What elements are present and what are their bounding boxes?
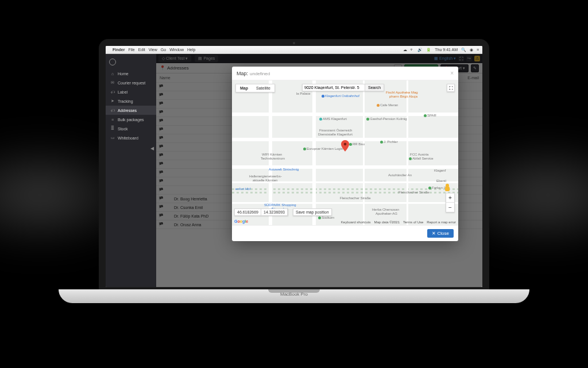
map-poi-label: RR Bau: [349, 142, 365, 146]
sidebar-item-home[interactable]: ⌂Home: [106, 69, 156, 78]
sidebar-item-whiteboard[interactable]: ▭Whiteboard: [106, 133, 156, 142]
map-poi-label: Apotheker-AG: [376, 212, 397, 215]
map-poi-label: SPAR: [424, 114, 436, 117]
map-poi-label: Fischl Apotheke Mag: [386, 91, 418, 94]
pegman-icon[interactable]: [444, 184, 450, 192]
stock-icon: ≣: [110, 126, 115, 131]
sidebar-item-tracking[interactable]: ➤Tracking: [106, 96, 156, 106]
macos-menubar: Finder File Edit View Go Window Help ☁ ᯤ…: [106, 46, 482, 54]
tray-siri-icon[interactable]: ◉: [470, 48, 473, 52]
map-poi-label: Herba Chemosan: [372, 208, 399, 211]
menu-help[interactable]: Help: [187, 48, 195, 52]
sidebar-item-label: Tracking: [118, 99, 133, 103]
sidebar-item-label: Courier request: [118, 81, 145, 85]
brand: [106, 57, 156, 69]
sidebar-item-courier-request[interactable]: ✉Courier request: [106, 78, 156, 87]
map-data-label: Map data ©2021: [374, 220, 400, 224]
main-area: ◇ Client Test ▾ ▤ Pages ▦ English ▾ ⛶ ↪ …: [156, 54, 482, 287]
poi-dot-icon: [409, 157, 412, 160]
map-poi-label: J. Pichler: [380, 140, 398, 144]
tray-spotlight-icon[interactable]: 🔍: [461, 48, 466, 52]
modal-close-icon[interactable]: ×: [450, 70, 454, 76]
map-poi-label: Autowelt Sintschnig: [269, 168, 299, 171]
maptype-map[interactable]: Map: [236, 84, 252, 92]
poi-dot-icon: [377, 104, 380, 107]
map-poi-label: Gasthof-Pension Kulmig: [366, 117, 407, 121]
svg-point-0: [344, 143, 347, 146]
bulk-icon: ≡: [110, 117, 115, 122]
sidebar-item-bulk-packages[interactable]: ≡Bulk packages: [106, 115, 156, 124]
zoom-in-button[interactable]: +: [446, 193, 454, 203]
map-poi-label: SÜDPARK Shopping: [264, 203, 296, 207]
menu-edit[interactable]: Edit: [138, 48, 145, 52]
tray-menu-icon[interactable]: ≡: [477, 48, 479, 52]
save-position-button[interactable]: Save map position: [293, 208, 332, 216]
tray-time[interactable]: Thu 9:41 AM: [435, 48, 458, 52]
poi-dot-icon: [428, 187, 431, 189]
poi-dot-icon: [319, 118, 322, 121]
brand-logo-icon: [109, 59, 116, 65]
app-name[interactable]: Finder: [113, 48, 125, 52]
map-poi-label: Cafe Meran: [377, 103, 398, 107]
map-zoom-control: + −: [446, 193, 455, 212]
tray-wifi-icon[interactable]: ᯤ: [410, 48, 414, 52]
sidebar-item-label: Stock: [118, 127, 128, 131]
close-button[interactable]: ✕ Close: [427, 229, 454, 238]
map-canvas[interactable]: Klagenfurt OstbahnhofFischl Apotheke Mag…: [232, 80, 458, 225]
sidebar-item-stock[interactable]: ≣Stock: [106, 124, 156, 133]
report-error-link[interactable]: Report a map error: [427, 220, 456, 224]
map-poi-label: Europcar Kärnten Logis: [303, 147, 343, 150]
map-poi-label: Farben G: [428, 186, 446, 189]
poi-dot-icon: [366, 118, 369, 121]
modal-title: Map:: [237, 71, 248, 76]
tray-cloud-icon[interactable]: ☁: [403, 48, 407, 52]
map-modal: Map: undefined ×: [232, 67, 458, 241]
map-fullscreen-button[interactable]: ⛶: [447, 84, 455, 92]
tray-volume-icon[interactable]: 🔊: [417, 48, 423, 52]
sidebar-item-label: Whiteboard: [118, 136, 138, 140]
map-search-button[interactable]: Search: [365, 84, 384, 91]
menu-view[interactable]: View: [149, 48, 157, 52]
tracking-icon: ➤: [110, 99, 115, 103]
poi-dot-icon: [424, 114, 427, 117]
zoom-out-button[interactable]: −: [446, 203, 454, 212]
map-poi-label: pharm Birgit Abuja: [389, 95, 417, 98]
map-coords: 46.6182669 14.3236093: [234, 208, 288, 216]
map-poi-label: Finanzamt Österreich: [319, 129, 352, 132]
map-poi-label: Abfall Service: [409, 157, 434, 160]
poi-dot-icon: [349, 143, 352, 146]
map-poi-label: Südkorn: [318, 216, 334, 219]
maptype-satellite[interactable]: Satellite: [252, 84, 274, 92]
map-poi-label: la Palace: [296, 92, 311, 95]
label-icon: 🏷: [110, 90, 115, 94]
poi-dot-icon: [380, 141, 383, 144]
map-marker-icon[interactable]: [341, 140, 349, 153]
map-search-input[interactable]: [303, 84, 365, 91]
poi-dot-icon: [322, 95, 324, 98]
home-icon: ⌂: [110, 71, 115, 76]
menu-go[interactable]: Go: [161, 48, 166, 52]
menu-file[interactable]: File: [128, 48, 134, 52]
sidebar-item-addresses[interactable]: 🏷Addresses: [106, 106, 156, 115]
map-poi-label: Fleischacher Straße: [399, 191, 430, 194]
coord-lat: 46.6182669: [235, 209, 261, 215]
map-poi-label: Ebentl: [436, 179, 446, 183]
modal-subtitle: undefined: [250, 71, 270, 76]
map-poi-label: Klagenf: [434, 169, 446, 172]
map-footer: Keyboard shortcuts Map data ©2021 Terms …: [341, 220, 456, 224]
map-type-control: Map Satellite: [235, 84, 275, 92]
google-logo: Google: [234, 219, 248, 223]
modal-footer: ✕ Close: [232, 225, 458, 241]
sidebar-item-label: Addresses: [118, 109, 137, 113]
sidebar-item-label[interactable]: 🏷Label: [106, 87, 156, 96]
terms-link[interactable]: Terms of Use: [403, 220, 423, 224]
tray-battery-icon[interactable]: 🔋: [426, 48, 431, 52]
map-poi-label: AMS Klagenfurt: [319, 117, 347, 121]
addresses-icon: 🏷: [110, 108, 115, 113]
sidebar: ⌂Home✉Courier request🏷Label➤Tracking🏷Add…: [106, 54, 156, 287]
sidebar-item-label: Home: [118, 72, 129, 76]
sidebar-collapse-button[interactable]: ◀: [106, 146, 156, 151]
menu-window[interactable]: Window: [169, 48, 184, 52]
modal-header: Map: undefined ×: [232, 67, 458, 80]
keyboard-shortcuts-link[interactable]: Keyboard shortcuts: [341, 220, 371, 224]
